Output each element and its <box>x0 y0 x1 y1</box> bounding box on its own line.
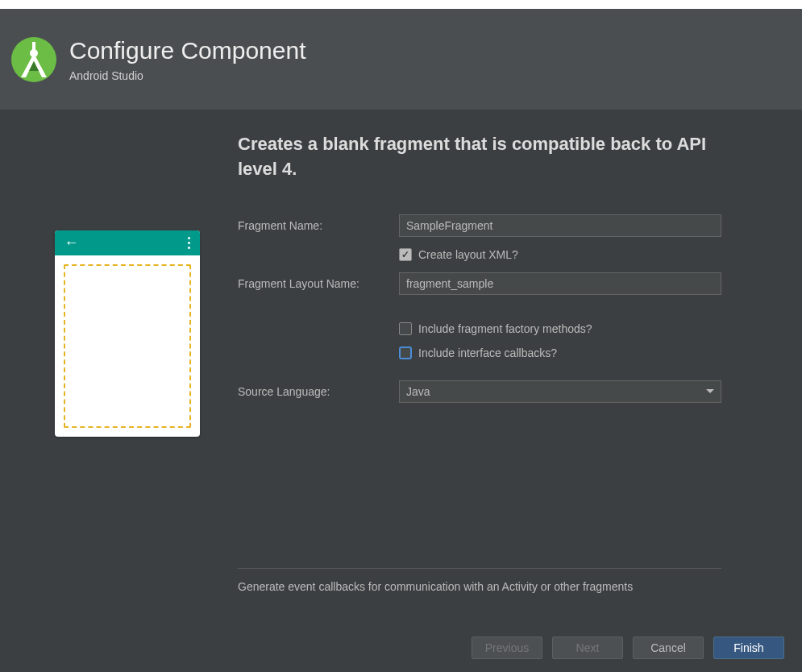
dialog-subtitle: Android Studio <box>69 69 306 82</box>
source-language-row: Source Language: Java <box>238 380 721 403</box>
fragment-name-input[interactable] <box>399 214 721 237</box>
fragment-name-row: Fragment Name: <box>238 214 721 237</box>
back-arrow-icon: ← <box>64 234 79 251</box>
footer-help-text: Generate event callbacks for communicati… <box>238 568 721 593</box>
include-factory-row: Include fragment factory methods? <box>399 322 721 335</box>
include-callbacks-row: Include interface callbacks? <box>399 346 721 359</box>
preview-body <box>55 255 200 437</box>
android-studio-icon <box>10 35 58 84</box>
overflow-menu-icon <box>188 237 190 249</box>
content-area: ← Creates a blank fragment that is compa… <box>0 110 802 617</box>
include-callbacks-label: Include interface callbacks? <box>418 346 557 359</box>
include-callbacks-checkbox[interactable] <box>399 346 412 359</box>
previous-button[interactable]: Previous <box>472 637 542 659</box>
fragment-preview: ← <box>55 230 200 437</box>
button-bar: Previous Next Cancel Finish <box>0 617 802 672</box>
preview-column: ← <box>16 132 238 617</box>
include-factory-checkbox[interactable] <box>399 322 412 335</box>
source-language-label: Source Language: <box>238 385 399 398</box>
next-button[interactable]: Next <box>552 637 623 659</box>
include-factory-label: Include fragment factory methods? <box>418 322 592 335</box>
top-white-bar <box>0 0 802 9</box>
form-column: Creates a blank fragment that is compati… <box>238 132 786 617</box>
create-layout-row: Create layout XML? <box>399 248 721 261</box>
preview-dashed-area <box>64 264 191 428</box>
create-layout-label: Create layout XML? <box>418 248 518 261</box>
source-language-value: Java <box>406 385 430 398</box>
layout-name-label: Fragment Layout Name: <box>238 277 399 290</box>
fragment-name-label: Fragment Name: <box>238 219 399 232</box>
svg-rect-2 <box>32 42 35 52</box>
chevron-down-icon <box>706 389 714 393</box>
form-heading: Creates a blank fragment that is compati… <box>238 132 721 182</box>
create-layout-checkbox[interactable] <box>399 248 412 261</box>
finish-button[interactable]: Finish <box>713 637 784 659</box>
preview-topbar: ← <box>55 230 200 255</box>
dialog-header: Configure Component Android Studio <box>0 9 802 110</box>
layout-name-row: Fragment Layout Name: <box>238 272 721 295</box>
header-text: Configure Component Android Studio <box>69 37 306 82</box>
layout-name-input[interactable] <box>399 272 721 295</box>
dialog-title: Configure Component <box>69 37 306 64</box>
source-language-select[interactable]: Java <box>399 380 721 403</box>
cancel-button[interactable]: Cancel <box>633 637 704 659</box>
